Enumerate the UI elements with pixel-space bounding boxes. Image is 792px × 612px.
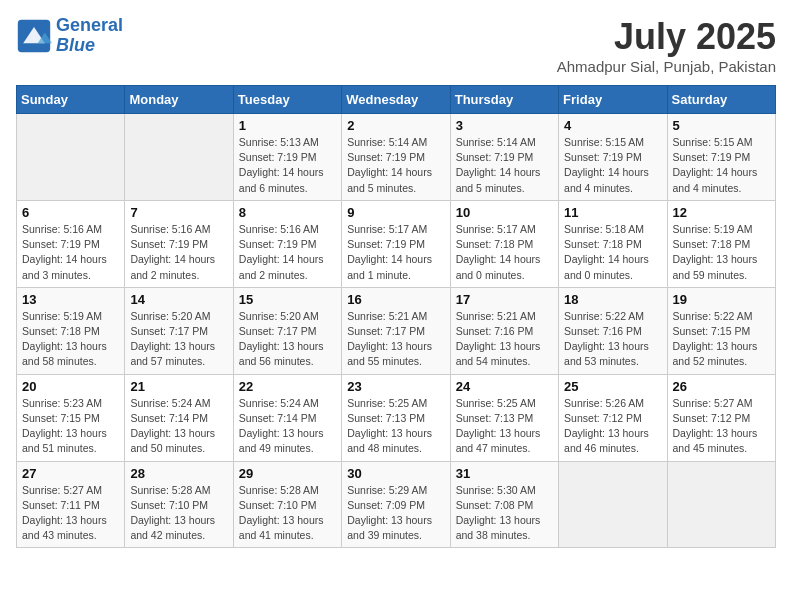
day-cell	[559, 461, 667, 548]
calendar-header: SundayMondayTuesdayWednesdayThursdayFrid…	[17, 86, 776, 114]
day-cell: 8Sunrise: 5:16 AM Sunset: 7:19 PM Daylig…	[233, 200, 341, 287]
day-number: 6	[22, 205, 119, 220]
day-info: Sunrise: 5:22 AM Sunset: 7:16 PM Dayligh…	[564, 309, 661, 370]
day-cell: 1Sunrise: 5:13 AM Sunset: 7:19 PM Daylig…	[233, 114, 341, 201]
page-header: General Blue July 2025 Ahmadpur Sial, Pu…	[16, 16, 776, 75]
header-cell-wednesday: Wednesday	[342, 86, 450, 114]
day-number: 23	[347, 379, 444, 394]
day-info: Sunrise: 5:16 AM Sunset: 7:19 PM Dayligh…	[239, 222, 336, 283]
day-info: Sunrise: 5:24 AM Sunset: 7:14 PM Dayligh…	[130, 396, 227, 457]
day-number: 1	[239, 118, 336, 133]
day-number: 10	[456, 205, 553, 220]
header-cell-tuesday: Tuesday	[233, 86, 341, 114]
day-info: Sunrise: 5:16 AM Sunset: 7:19 PM Dayligh…	[22, 222, 119, 283]
day-cell: 6Sunrise: 5:16 AM Sunset: 7:19 PM Daylig…	[17, 200, 125, 287]
logo-text: General Blue	[56, 16, 123, 56]
day-info: Sunrise: 5:27 AM Sunset: 7:12 PM Dayligh…	[673, 396, 770, 457]
day-cell: 11Sunrise: 5:18 AM Sunset: 7:18 PM Dayli…	[559, 200, 667, 287]
day-cell: 16Sunrise: 5:21 AM Sunset: 7:17 PM Dayli…	[342, 287, 450, 374]
day-info: Sunrise: 5:26 AM Sunset: 7:12 PM Dayligh…	[564, 396, 661, 457]
logo-icon	[16, 18, 52, 54]
header-cell-monday: Monday	[125, 86, 233, 114]
day-info: Sunrise: 5:14 AM Sunset: 7:19 PM Dayligh…	[456, 135, 553, 196]
day-info: Sunrise: 5:20 AM Sunset: 7:17 PM Dayligh…	[130, 309, 227, 370]
week-row-2: 6Sunrise: 5:16 AM Sunset: 7:19 PM Daylig…	[17, 200, 776, 287]
day-info: Sunrise: 5:25 AM Sunset: 7:13 PM Dayligh…	[347, 396, 444, 457]
header-row: SundayMondayTuesdayWednesdayThursdayFrid…	[17, 86, 776, 114]
day-number: 27	[22, 466, 119, 481]
day-info: Sunrise: 5:28 AM Sunset: 7:10 PM Dayligh…	[239, 483, 336, 544]
day-number: 7	[130, 205, 227, 220]
day-cell: 19Sunrise: 5:22 AM Sunset: 7:15 PM Dayli…	[667, 287, 775, 374]
day-info: Sunrise: 5:27 AM Sunset: 7:11 PM Dayligh…	[22, 483, 119, 544]
day-info: Sunrise: 5:30 AM Sunset: 7:08 PM Dayligh…	[456, 483, 553, 544]
day-cell: 15Sunrise: 5:20 AM Sunset: 7:17 PM Dayli…	[233, 287, 341, 374]
day-cell: 9Sunrise: 5:17 AM Sunset: 7:19 PM Daylig…	[342, 200, 450, 287]
day-cell: 10Sunrise: 5:17 AM Sunset: 7:18 PM Dayli…	[450, 200, 558, 287]
day-info: Sunrise: 5:22 AM Sunset: 7:15 PM Dayligh…	[673, 309, 770, 370]
title-block: July 2025 Ahmadpur Sial, Punjab, Pakista…	[557, 16, 776, 75]
day-cell: 23Sunrise: 5:25 AM Sunset: 7:13 PM Dayli…	[342, 374, 450, 461]
day-cell: 28Sunrise: 5:28 AM Sunset: 7:10 PM Dayli…	[125, 461, 233, 548]
header-cell-sunday: Sunday	[17, 86, 125, 114]
day-cell: 31Sunrise: 5:30 AM Sunset: 7:08 PM Dayli…	[450, 461, 558, 548]
day-number: 15	[239, 292, 336, 307]
day-number: 30	[347, 466, 444, 481]
day-cell: 21Sunrise: 5:24 AM Sunset: 7:14 PM Dayli…	[125, 374, 233, 461]
day-cell: 27Sunrise: 5:27 AM Sunset: 7:11 PM Dayli…	[17, 461, 125, 548]
day-number: 19	[673, 292, 770, 307]
day-cell: 25Sunrise: 5:26 AM Sunset: 7:12 PM Dayli…	[559, 374, 667, 461]
day-number: 28	[130, 466, 227, 481]
day-number: 13	[22, 292, 119, 307]
day-number: 21	[130, 379, 227, 394]
day-cell: 4Sunrise: 5:15 AM Sunset: 7:19 PM Daylig…	[559, 114, 667, 201]
day-number: 14	[130, 292, 227, 307]
logo: General Blue	[16, 16, 123, 56]
day-cell: 17Sunrise: 5:21 AM Sunset: 7:16 PM Dayli…	[450, 287, 558, 374]
logo-line1: General	[56, 15, 123, 35]
day-info: Sunrise: 5:21 AM Sunset: 7:16 PM Dayligh…	[456, 309, 553, 370]
day-info: Sunrise: 5:18 AM Sunset: 7:18 PM Dayligh…	[564, 222, 661, 283]
day-info: Sunrise: 5:13 AM Sunset: 7:19 PM Dayligh…	[239, 135, 336, 196]
calendar-body: 1Sunrise: 5:13 AM Sunset: 7:19 PM Daylig…	[17, 114, 776, 548]
day-number: 16	[347, 292, 444, 307]
day-number: 25	[564, 379, 661, 394]
logo-line2: Blue	[56, 35, 95, 55]
header-cell-friday: Friday	[559, 86, 667, 114]
day-cell: 14Sunrise: 5:20 AM Sunset: 7:17 PM Dayli…	[125, 287, 233, 374]
day-cell: 7Sunrise: 5:16 AM Sunset: 7:19 PM Daylig…	[125, 200, 233, 287]
day-number: 20	[22, 379, 119, 394]
week-row-5: 27Sunrise: 5:27 AM Sunset: 7:11 PM Dayli…	[17, 461, 776, 548]
day-info: Sunrise: 5:29 AM Sunset: 7:09 PM Dayligh…	[347, 483, 444, 544]
day-info: Sunrise: 5:19 AM Sunset: 7:18 PM Dayligh…	[22, 309, 119, 370]
day-cell: 18Sunrise: 5:22 AM Sunset: 7:16 PM Dayli…	[559, 287, 667, 374]
day-number: 12	[673, 205, 770, 220]
day-number: 3	[456, 118, 553, 133]
day-number: 22	[239, 379, 336, 394]
day-info: Sunrise: 5:16 AM Sunset: 7:19 PM Dayligh…	[130, 222, 227, 283]
day-cell: 3Sunrise: 5:14 AM Sunset: 7:19 PM Daylig…	[450, 114, 558, 201]
day-info: Sunrise: 5:28 AM Sunset: 7:10 PM Dayligh…	[130, 483, 227, 544]
main-title: July 2025	[557, 16, 776, 58]
day-info: Sunrise: 5:15 AM Sunset: 7:19 PM Dayligh…	[673, 135, 770, 196]
day-cell: 2Sunrise: 5:14 AM Sunset: 7:19 PM Daylig…	[342, 114, 450, 201]
day-cell	[125, 114, 233, 201]
week-row-3: 13Sunrise: 5:19 AM Sunset: 7:18 PM Dayli…	[17, 287, 776, 374]
day-info: Sunrise: 5:17 AM Sunset: 7:18 PM Dayligh…	[456, 222, 553, 283]
header-cell-saturday: Saturday	[667, 86, 775, 114]
day-info: Sunrise: 5:21 AM Sunset: 7:17 PM Dayligh…	[347, 309, 444, 370]
day-cell: 22Sunrise: 5:24 AM Sunset: 7:14 PM Dayli…	[233, 374, 341, 461]
day-info: Sunrise: 5:14 AM Sunset: 7:19 PM Dayligh…	[347, 135, 444, 196]
day-cell: 13Sunrise: 5:19 AM Sunset: 7:18 PM Dayli…	[17, 287, 125, 374]
day-number: 26	[673, 379, 770, 394]
header-cell-thursday: Thursday	[450, 86, 558, 114]
day-number: 4	[564, 118, 661, 133]
day-info: Sunrise: 5:23 AM Sunset: 7:15 PM Dayligh…	[22, 396, 119, 457]
day-number: 24	[456, 379, 553, 394]
day-cell: 12Sunrise: 5:19 AM Sunset: 7:18 PM Dayli…	[667, 200, 775, 287]
day-number: 9	[347, 205, 444, 220]
day-number: 5	[673, 118, 770, 133]
day-number: 17	[456, 292, 553, 307]
week-row-4: 20Sunrise: 5:23 AM Sunset: 7:15 PM Dayli…	[17, 374, 776, 461]
day-info: Sunrise: 5:25 AM Sunset: 7:13 PM Dayligh…	[456, 396, 553, 457]
